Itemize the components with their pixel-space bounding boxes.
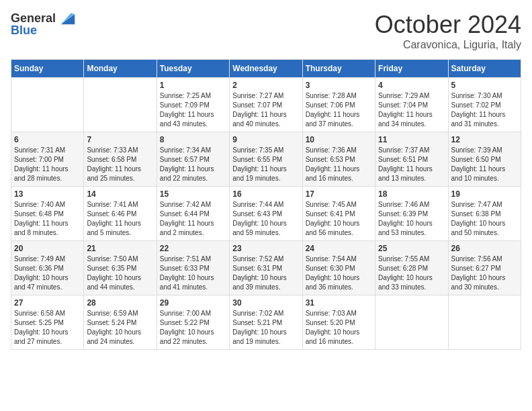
calendar-header-friday: Friday	[375, 60, 448, 78]
calendar-cell: 20Sunrise: 7:49 AMSunset: 6:36 PMDayligh…	[11, 241, 84, 295]
calendar-cell: 4Sunrise: 7:29 AMSunset: 7:04 PMDaylight…	[375, 78, 448, 132]
day-number: 25	[378, 244, 445, 253]
sunrise-text: Sunrise: 7:56 AM	[451, 255, 502, 263]
sunset-text: Sunset: 5:25 PM	[14, 319, 64, 326]
daylight-text: Daylight: 10 hours and 19 minutes.	[232, 328, 287, 345]
day-info: Sunrise: 7:29 AMSunset: 7:04 PMDaylight:…	[378, 91, 445, 129]
calendar-body: 1Sunrise: 7:25 AMSunset: 7:09 PMDaylight…	[11, 78, 521, 350]
sunrise-text: Sunrise: 7:55 AM	[378, 255, 429, 263]
day-number: 7	[87, 135, 153, 144]
daylight-text: Daylight: 10 hours and 44 minutes.	[87, 274, 141, 291]
sunset-text: Sunset: 6:27 PM	[451, 265, 501, 272]
day-info: Sunrise: 7:56 AMSunset: 6:27 PMDaylight:…	[451, 255, 518, 292]
sunset-text: Sunset: 6:57 PM	[160, 156, 210, 163]
sunset-text: Sunset: 6:48 PM	[14, 210, 64, 218]
sunset-text: Sunset: 6:28 PM	[378, 265, 428, 272]
sunset-text: Sunset: 6:44 PM	[160, 210, 210, 218]
calendar-cell: 17Sunrise: 7:45 AMSunset: 6:41 PMDayligh…	[302, 187, 375, 241]
sunrise-text: Sunrise: 7:35 AM	[232, 146, 283, 154]
sunset-text: Sunset: 6:39 PM	[378, 210, 428, 218]
sunrise-text: Sunrise: 7:46 AM	[378, 201, 429, 208]
sunset-text: Sunset: 6:51 PM	[378, 156, 428, 163]
sunrise-text: Sunrise: 7:29 AM	[378, 92, 429, 99]
day-info: Sunrise: 7:54 AMSunset: 6:30 PMDaylight:…	[306, 255, 372, 292]
sunrise-text: Sunrise: 7:42 AM	[160, 201, 211, 208]
day-info: Sunrise: 7:51 AMSunset: 6:33 PMDaylight:…	[160, 255, 226, 292]
calendar-cell: 12Sunrise: 7:39 AMSunset: 6:50 PMDayligh…	[448, 132, 521, 187]
sunrise-text: Sunrise: 7:50 AM	[87, 255, 138, 263]
calendar-header-sunday: Sunday	[11, 60, 84, 78]
calendar-cell: 1Sunrise: 7:25 AMSunset: 7:09 PMDaylight…	[157, 78, 229, 132]
sunrise-text: Sunrise: 7:33 AM	[87, 146, 138, 154]
calendar-cell: 24Sunrise: 7:54 AMSunset: 6:30 PMDayligh…	[302, 241, 375, 295]
day-number: 30	[232, 298, 299, 308]
sunset-text: Sunset: 7:07 PM	[232, 101, 282, 109]
day-number: 10	[306, 135, 372, 144]
day-number: 16	[232, 189, 299, 199]
day-info: Sunrise: 7:55 AMSunset: 6:28 PMDaylight:…	[378, 255, 445, 292]
day-info: Sunrise: 7:40 AMSunset: 6:48 PMDaylight:…	[14, 200, 81, 238]
sunset-text: Sunset: 5:20 PM	[306, 319, 355, 326]
sunrise-text: Sunrise: 7:52 AM	[232, 255, 283, 263]
sunset-text: Sunset: 6:46 PM	[87, 210, 136, 218]
daylight-text: Daylight: 10 hours and 16 minutes.	[306, 328, 360, 345]
logo-text: General Blue	[11, 11, 77, 38]
day-number: 28	[87, 298, 153, 308]
calendar-cell: 6Sunrise: 7:31 AMSunset: 7:00 PMDaylight…	[11, 132, 84, 187]
title-block: October 2024 Caravonica, Liguria, Italy	[375, 11, 521, 51]
day-info: Sunrise: 7:02 AMSunset: 5:21 PMDaylight:…	[232, 309, 299, 347]
calendar-cell: 3Sunrise: 7:28 AMSunset: 7:06 PMDaylight…	[302, 78, 375, 132]
daylight-text: Daylight: 11 hours and 28 minutes.	[14, 165, 69, 182]
daylight-text: Daylight: 11 hours and 10 minutes.	[451, 165, 506, 182]
day-info: Sunrise: 7:27 AMSunset: 7:07 PMDaylight:…	[232, 91, 299, 129]
daylight-text: Daylight: 11 hours and 43 minutes.	[160, 111, 214, 128]
day-number: 1	[160, 81, 226, 90]
calendar-cell: 25Sunrise: 7:55 AMSunset: 6:28 PMDayligh…	[375, 241, 448, 295]
calendar-cell: 26Sunrise: 7:56 AMSunset: 6:27 PMDayligh…	[448, 241, 521, 295]
sunset-text: Sunset: 6:53 PM	[306, 156, 355, 163]
day-number: 3	[306, 81, 372, 90]
day-info: Sunrise: 7:33 AMSunset: 6:58 PMDaylight:…	[87, 146, 153, 183]
day-number: 4	[378, 81, 445, 90]
logo-blue: Blue	[11, 24, 77, 38]
sunset-text: Sunset: 6:33 PM	[160, 265, 210, 272]
calendar-cell: 7Sunrise: 7:33 AMSunset: 6:58 PMDaylight…	[84, 132, 157, 187]
sunrise-text: Sunrise: 7:00 AM	[160, 310, 211, 317]
calendar-cell: 14Sunrise: 7:41 AMSunset: 6:46 PMDayligh…	[84, 187, 157, 241]
sunset-text: Sunset: 6:30 PM	[306, 265, 355, 272]
calendar-cell: 2Sunrise: 7:27 AMSunset: 7:07 PMDaylight…	[230, 78, 302, 132]
calendar-header-saturday: Saturday	[448, 60, 521, 78]
sunrise-text: Sunrise: 7:31 AM	[14, 146, 65, 154]
day-number: 9	[232, 135, 299, 144]
day-info: Sunrise: 7:36 AMSunset: 6:53 PMDaylight:…	[306, 146, 372, 183]
calendar-week-3: 13Sunrise: 7:40 AMSunset: 6:48 PMDayligh…	[11, 187, 521, 241]
calendar-header-monday: Monday	[84, 60, 157, 78]
day-info: Sunrise: 7:47 AMSunset: 6:38 PMDaylight:…	[451, 200, 518, 238]
logo: General Blue	[11, 11, 77, 38]
calendar-header-thursday: Thursday	[302, 60, 375, 78]
daylight-text: Daylight: 11 hours and 5 minutes.	[87, 220, 141, 236]
day-info: Sunrise: 7:37 AMSunset: 6:51 PMDaylight:…	[378, 146, 445, 183]
page-header: General Blue October 2024 Caravonica, Li…	[11, 11, 521, 51]
calendar-week-1: 1Sunrise: 7:25 AMSunset: 7:09 PMDaylight…	[11, 78, 521, 132]
sunrise-text: Sunrise: 7:44 AM	[232, 201, 283, 208]
sunrise-text: Sunrise: 7:40 AM	[14, 201, 65, 208]
sunset-text: Sunset: 5:21 PM	[232, 319, 282, 326]
day-number: 26	[451, 244, 518, 253]
sunrise-text: Sunrise: 7:47 AM	[451, 201, 502, 208]
calendar-week-2: 6Sunrise: 7:31 AMSunset: 7:00 PMDaylight…	[11, 132, 521, 187]
daylight-text: Daylight: 11 hours and 25 minutes.	[87, 165, 141, 182]
daylight-text: Daylight: 10 hours and 27 minutes.	[14, 328, 69, 345]
day-info: Sunrise: 7:35 AMSunset: 6:55 PMDaylight:…	[232, 146, 299, 183]
calendar-cell: 23Sunrise: 7:52 AMSunset: 6:31 PMDayligh…	[230, 241, 302, 295]
daylight-text: Daylight: 10 hours and 56 minutes.	[306, 220, 360, 236]
daylight-text: Daylight: 10 hours and 33 minutes.	[378, 274, 433, 291]
sunrise-text: Sunrise: 7:45 AM	[306, 201, 357, 208]
day-info: Sunrise: 7:42 AMSunset: 6:44 PMDaylight:…	[160, 200, 226, 238]
sunrise-text: Sunrise: 7:36 AM	[306, 146, 357, 154]
day-number: 12	[451, 135, 518, 144]
daylight-text: Daylight: 11 hours and 22 minutes.	[160, 165, 214, 182]
day-info: Sunrise: 7:45 AMSunset: 6:41 PMDaylight:…	[306, 200, 372, 238]
calendar-cell: 5Sunrise: 7:30 AMSunset: 7:02 PMDaylight…	[448, 78, 521, 132]
calendar-week-5: 27Sunrise: 6:58 AMSunset: 5:25 PMDayligh…	[11, 295, 521, 350]
